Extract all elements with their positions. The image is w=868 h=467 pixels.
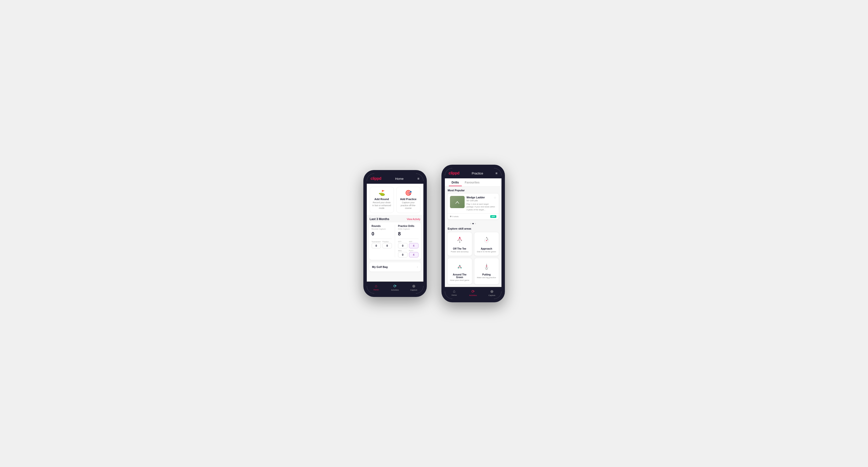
add-round-card[interactable]: ⛳ Add Round Record your shots in fast or…: [370, 187, 394, 213]
svg-point-4: [459, 237, 460, 238]
tournament-label: Tournament: [372, 241, 381, 243]
drill-shots: 9 shots: [450, 215, 459, 218]
dot-3: [475, 223, 476, 224]
drill-thumbnail: [450, 196, 465, 208]
capture-icon-2: ⊕: [490, 289, 493, 294]
tournament-value: 0: [372, 243, 381, 248]
app-stat: APP 4: [409, 241, 418, 248]
tabs-row: Drills Favourites: [445, 178, 501, 186]
off-tee-name: Off The Tee: [453, 247, 466, 250]
svg-point-12: [486, 240, 487, 241]
practice-stat: Practice 0: [382, 241, 392, 248]
pagination-dots: [445, 222, 501, 226]
view-activity-link[interactable]: View Activity: [407, 218, 420, 221]
tournament-stat: Tournament 0: [372, 241, 381, 248]
nav-home-label-2: Home: [452, 294, 457, 296]
arg-value: 0: [398, 252, 407, 257]
drill-app-badge: APP: [490, 215, 496, 218]
add-round-desc: Record your shots in fast or enhanced mo…: [372, 201, 392, 210]
add-practice-desc: Capture your practice off-the-course: [399, 201, 418, 210]
svg-point-13: [486, 237, 487, 238]
dot-2: [472, 223, 474, 224]
capture-icon-1: ⊕: [412, 284, 415, 288]
add-practice-card[interactable]: 🎯 Add Practice Capture your practice off…: [396, 187, 421, 213]
svg-point-21: [460, 266, 461, 267]
around-green-icon: [455, 261, 465, 271]
app-logo-1: clippd: [371, 177, 381, 181]
approach-icon-area: [481, 235, 492, 246]
dot-1: [470, 223, 471, 224]
nav-capture-1[interactable]: ⊕ Capture: [404, 282, 423, 293]
golf-bag-label: My Golf Bag: [372, 266, 388, 269]
app-title-1: Home: [395, 177, 404, 181]
drills-col: Practice Drills Drills Capture 8 OTT 0 A…: [398, 225, 418, 257]
drills-col-title: Practice Drills: [398, 225, 418, 227]
drill-yardage: 50–100 yds: [467, 199, 496, 202]
putt-stat: PUTT 4: [409, 250, 418, 257]
putting-desc: Make and lag practice: [477, 276, 496, 279]
around-green-icon-area: [454, 261, 465, 272]
menu-icon-2[interactable]: ≡: [495, 171, 497, 175]
phone-2: clippd Practice ≡ Drills Favourites Most…: [441, 165, 505, 302]
approach-name: Approach: [481, 247, 492, 250]
action-cards: ⛳ Add Round Record your shots in fast or…: [367, 184, 423, 215]
home-icon-2: ⌂: [453, 289, 455, 293]
putt-value: 4: [409, 252, 418, 257]
skill-card-around-green[interactable]: Around The Green Hone your short game: [447, 258, 472, 284]
ott-value: 0: [398, 243, 407, 248]
rounds-mini-stats: Tournament 0 Practice 0: [372, 241, 392, 248]
practice-value: 0: [382, 243, 392, 248]
rounds-capture-label: Rounds Capture: [372, 228, 392, 230]
drills-mini-stats-row2: ARG 0 PUTT 4: [398, 250, 418, 257]
home-icon-1: ⌂: [375, 284, 377, 288]
skill-card-putting[interactable]: Putting Make and lag practice: [474, 258, 499, 284]
nav-capture-2[interactable]: ⊕ Capture: [483, 287, 501, 299]
svg-point-20: [459, 266, 459, 267]
nav-home-1[interactable]: ⌂ Home: [367, 282, 385, 293]
stats-box: Rounds Rounds Capture 0 Tournament 0 Pra…: [369, 222, 421, 260]
nav-home-2[interactable]: ⌂ Home: [445, 287, 464, 299]
nav-activities-label-2: Activities: [469, 294, 477, 297]
menu-icon-1[interactable]: ≡: [417, 177, 419, 181]
drill-card[interactable]: Wedge Ladder ☆ 50–100 yds Play 1 shot at…: [447, 193, 499, 220]
screen-content-1: ⛳ Add Round Record your shots in fast or…: [367, 184, 423, 282]
activities-icon-2: ⟳: [471, 289, 475, 294]
drill-name: Wedge Ladder: [467, 196, 485, 199]
rounds-total: 0: [372, 231, 392, 237]
nav-activities-label-1: Activities: [391, 289, 399, 291]
screen-content-2: Most Popular Wedge Ladder: [445, 186, 501, 287]
nav-capture-label-2: Capture: [489, 294, 495, 297]
tab-favourites[interactable]: Favourites: [462, 178, 483, 186]
app-value: 4: [409, 243, 418, 248]
drill-info: Wedge Ladder ☆ 50–100 yds Play 1 shot at…: [467, 196, 496, 211]
app-title-2: Practice: [472, 172, 483, 175]
phone-2-screen: clippd Practice ≡ Drills Favourites Most…: [445, 168, 501, 299]
skill-grid: Off The Tee Power and accuracy: [445, 232, 501, 287]
around-green-desc: Hone your short game: [450, 279, 469, 281]
phone-1-screen: clippd Home ≡ ⛳ Add Round Record your sh…: [367, 174, 423, 293]
ott-stat: OTT 0: [398, 241, 407, 248]
nav-activities-2[interactable]: ⟳ Activities: [464, 287, 483, 299]
shots-dot-icon: [450, 216, 452, 217]
nav-activities-1[interactable]: ⟳ Activities: [385, 282, 404, 293]
svg-point-0: [457, 201, 458, 202]
skill-card-approach[interactable]: Approach Dial-in to hit the green: [474, 232, 499, 256]
putting-name: Putting: [482, 273, 491, 276]
nav-home-label-1: Home: [373, 289, 378, 291]
arg-stat: ARG 0: [398, 250, 407, 257]
drills-capture-label: Drills Capture: [398, 228, 418, 230]
app-header-1: clippd Home ≡: [367, 174, 423, 184]
tab-drills[interactable]: Drills: [449, 178, 462, 186]
activity-section-header: Last 3 Months View Activity: [367, 215, 423, 222]
golf-bag-row[interactable]: My Golf Bag ›: [369, 262, 421, 272]
svg-point-27: [485, 267, 486, 268]
add-round-title: Add Round: [374, 198, 389, 200]
skill-card-off-the-tee[interactable]: Off The Tee Power and accuracy: [447, 232, 472, 256]
app-logo-2: clippd: [449, 171, 460, 176]
app-label: APP: [409, 241, 418, 243]
svg-point-6: [461, 240, 462, 241]
drill-star-icon: ☆: [494, 196, 496, 199]
chevron-right-icon: ›: [417, 265, 418, 269]
most-popular-label: Most Popular: [445, 186, 501, 193]
drill-desc: Play 1 shot at each target yardage. If y…: [467, 203, 496, 211]
